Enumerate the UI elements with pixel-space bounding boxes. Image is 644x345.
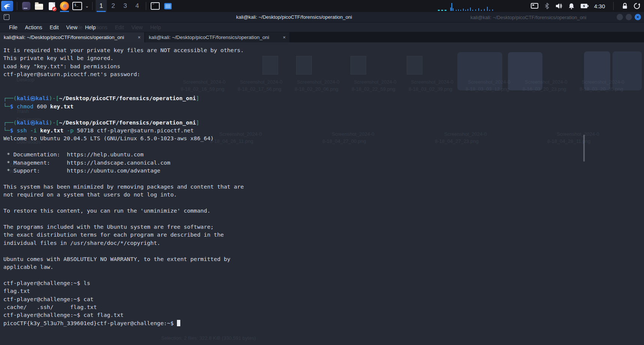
taskbar-separator (613, 2, 614, 10)
terminal-line: ┌──(kali㉿kali)-[~/Desktop/picoCTF/forens… (3, 94, 644, 102)
window-title: kali@kali: ~/Desktop/picoCTF/forensics/o… (236, 14, 352, 20)
terminal-output: It is required that your private key fil… (0, 42, 644, 327)
image-app-icon (164, 3, 172, 9)
terminal-viewport[interactable]: PlacesComputerDesktopRecentTrashDocument… (0, 42, 644, 345)
window-titlebar[interactable]: ⌐ kali@kali: ~/Desktop/picoCTF/forensics… (0, 12, 644, 22)
bluetooth-off-icon[interactable] (544, 3, 550, 9)
launcher-document[interactable] (46, 0, 57, 12)
menu-items: FileActionsEditViewHelp (5, 24, 100, 30)
terminal-line (3, 175, 644, 183)
terminal-line: * Support: https://ubuntu.com/advantage (3, 166, 644, 174)
terminal-line (3, 271, 644, 279)
terminal-line: not required on a system that users do n… (3, 190, 644, 198)
tab-close-button[interactable]: × (283, 34, 286, 40)
terminal-line (3, 78, 644, 86)
terminal-line: This private key will be ignored. (3, 54, 644, 62)
kali-logo-icon (3, 2, 11, 10)
terminal-line: applicable law. (3, 263, 644, 271)
terminal-line: .cache/ .ssh/ flag.txt (3, 303, 644, 311)
terminal-line: the exact distribution terms for each pr… (3, 231, 644, 238)
workspace-1[interactable]: 1 (96, 0, 107, 12)
window-app-icon (22, 2, 30, 10)
window-terminal-icon: ⌐ (4, 14, 9, 20)
close-button[interactable]: × (635, 14, 641, 20)
terminal-line (3, 142, 644, 150)
minimize-button[interactable] (617, 14, 623, 20)
workspace-2[interactable]: 2 (108, 0, 119, 12)
tab-label: kali@kali: ~/Desktop/picoCTF/forensics/o… (149, 34, 280, 40)
taskbar-separator (17, 2, 17, 10)
terminal-line (3, 199, 644, 207)
taskbar-separator (92, 2, 93, 10)
terminal-line: To restore this content, you can run the… (3, 207, 644, 214)
tab-1[interactable]: kali@kali: ~/Desktop/picoCTF/forensics/o… (0, 32, 144, 42)
tab-2[interactable]: kali@kali: ~/Desktop/picoCTF/forensics/o… (145, 32, 289, 42)
terminal-line (3, 110, 644, 118)
clock[interactable]: 4:30 (594, 3, 605, 9)
taskbar-item-qterminal[interactable]: ⌐ (150, 0, 161, 12)
terminal-icon: $_ (72, 2, 82, 10)
volume-icon[interactable] (555, 3, 563, 9)
notifications-bell-icon[interactable] (568, 3, 575, 9)
taskbar-item-image-app[interactable] (162, 0, 174, 12)
power-logout-icon[interactable] (634, 3, 640, 9)
terminal-line: The programs included with the Ubuntu sy… (3, 223, 644, 231)
ghost-statusbar: Selection: 2 files: 322.8 KiB (330,591 b… (161, 335, 256, 341)
ghost-window-title: kali@kali: ~/Desktop/picoCTF/forensics/o… (470, 15, 586, 20)
menu-file[interactable]: File (5, 24, 21, 30)
ghost-menu-edit: Edit (111, 24, 127, 30)
workspace-switcher: 1234 (95, 0, 143, 12)
terminal-line: This system has been minimized by removi… (3, 183, 644, 190)
terminal-line: individual files in /usr/share/doc/*/cop… (3, 239, 644, 247)
battery-charging-icon[interactable] (580, 3, 589, 9)
menubar: FileActionsEditViewHelp FileActionsEditV… (0, 22, 644, 32)
terminal-line: Welcome to Ubuntu 20.04.5 LTS (GNU/Linux… (3, 134, 644, 142)
menu-edit[interactable]: Edit (46, 24, 62, 30)
workspace-3[interactable]: 3 (120, 0, 131, 12)
terminal-line: Load key "key.txt": bad permissions (3, 62, 644, 70)
terminal-line: ctf-player@challenge:~$ cat (3, 295, 644, 303)
tab-close-button[interactable]: × (138, 34, 141, 40)
tab-bar: kali@kali: ~/Desktop/picoCTF/forensics/o… (0, 32, 644, 42)
system-monitor-graph[interactable] (431, 1, 510, 11)
terminal-line: * Management: https://landscape.canonica… (3, 159, 644, 166)
terminal-line: └─$ chmod 600 key.txt (3, 102, 644, 110)
terminal-line: ┌──(kali㉿kali)-[~/Desktop/picoCTF/forens… (3, 118, 644, 126)
maximize-button[interactable] (626, 14, 632, 20)
lock-icon[interactable] (622, 3, 628, 9)
terminal-line (3, 86, 644, 94)
terminal-line: ctf-player@saturn.picoctf.net's password… (3, 70, 644, 78)
terminal-line: It is required that your private key fil… (3, 46, 644, 54)
qterminal-icon: ⌐ (151, 2, 160, 10)
workspace-4[interactable]: 4 (132, 0, 143, 12)
ghost-menu-help: Help (147, 24, 165, 30)
terminal-line: ctf-player@challenge:~$ cat flag.txt (3, 311, 644, 319)
terminal-cursor (177, 320, 180, 326)
terminal-line: flag.txt (3, 287, 644, 295)
terminal-line: picoCTF{k3y_5l3u7h_339601ed}ctf-player@c… (3, 319, 644, 327)
ghost-menu-view: View (128, 24, 147, 30)
firefox-icon (60, 2, 69, 10)
chevron-down-icon[interactable]: ⌄ (85, 3, 89, 9)
menu-actions[interactable]: Actions (21, 24, 46, 30)
taskbar-separator (146, 2, 146, 10)
launcher-file-manager[interactable] (33, 0, 45, 12)
launcher-firefox[interactable] (59, 0, 70, 12)
terminal-line: └─$ ssh -i key.txt -p 50718 ctf-player@s… (3, 126, 644, 134)
terminal-line (3, 247, 644, 255)
display-icon[interactable] (530, 3, 539, 9)
menu-help[interactable]: Help (81, 24, 100, 30)
launcher-terminal[interactable]: $_ (72, 0, 83, 12)
terminal-line: ctf-player@challenge:~$ ls (3, 279, 644, 287)
terminal-window: ⌐ kali@kali: ~/Desktop/picoCTF/forensics… (0, 12, 644, 345)
terminal-line: * Documentation: https://help.ubuntu.com (3, 150, 644, 158)
folder-icon (35, 4, 43, 10)
document-icon (49, 2, 55, 10)
tab-label: kali@kali: ~/Desktop/picoCTF/forensics/o… (4, 34, 135, 40)
menu-view[interactable]: View (63, 24, 81, 30)
terminal-line (3, 215, 644, 223)
terminal-line: Ubuntu comes with ABSOLUTELY NO WARRANTY… (3, 255, 644, 263)
taskbar: $_ ⌄ 1234 ⌐ (0, 0, 644, 12)
kali-menu-button[interactable] (1, 1, 13, 11)
launcher-window-app[interactable] (21, 0, 32, 12)
